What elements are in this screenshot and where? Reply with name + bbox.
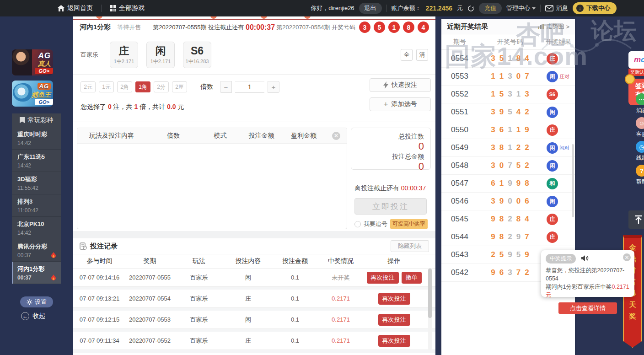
view-details-button[interactable]: 点击查看详情 bbox=[558, 302, 617, 314]
bet-records-panel: 投注记录 隐藏列表 参与时间奖期玩法投注内容投注金额中奖情况操作 07-07 0… bbox=[73, 238, 435, 350]
home-icon bbox=[58, 5, 64, 11]
select-all-button[interactable]: 全 bbox=[401, 49, 413, 61]
denomination-chip-2分[interactable]: 2分 bbox=[154, 81, 169, 92]
result-issue: 0545 bbox=[441, 215, 478, 224]
denomination-chip-2厘[interactable]: 2厘 bbox=[172, 81, 187, 92]
back-to-top-button[interactable] bbox=[628, 210, 644, 229]
close-icon[interactable]: ✕ bbox=[623, 253, 631, 261]
result-digits: 98284 bbox=[478, 215, 542, 224]
close-icon[interactable]: ✕ bbox=[332, 132, 340, 140]
quick-bet-button[interactable]: 快速投注 bbox=[370, 78, 431, 92]
clear-button[interactable]: 清 bbox=[416, 49, 428, 61]
selected-amount: 0.0 bbox=[167, 103, 176, 110]
ag-fishing-banner[interactable]: AG 捕鱼王 GO> bbox=[12, 81, 53, 107]
result-issue: 0548 bbox=[441, 161, 478, 170]
home-link[interactable]: 返回首页 bbox=[49, 4, 101, 12]
sidebar-item-lottery-2[interactable]: 3D福彩11:55:42 bbox=[12, 172, 61, 194]
hide-list-button[interactable]: 隐藏列表 bbox=[391, 240, 429, 252]
bet-summary-box: 总投注数 0 投注总金额 0 bbox=[351, 128, 431, 170]
denomination-chip-1元[interactable]: 1元 bbox=[99, 81, 114, 92]
result-digit: 7 bbox=[516, 268, 521, 277]
slip-column-header: 模式 bbox=[201, 132, 240, 140]
sidebar-item-lottery-0[interactable]: 重庆时时彩14:42 bbox=[12, 127, 61, 150]
result-badge: 闲 bbox=[547, 196, 558, 207]
record-result: 0.2171 bbox=[318, 337, 364, 344]
result-issue: 0546 bbox=[441, 197, 478, 206]
result-digits: 11307 bbox=[478, 72, 542, 81]
result-digit: 5 bbox=[516, 250, 521, 259]
records-column-header: 参与时间 bbox=[73, 257, 126, 265]
record-result: 0.2171 bbox=[318, 316, 364, 323]
bet-now-button[interactable]: 立即投注 bbox=[354, 198, 427, 215]
bet-option-odds: 1中2.171 bbox=[114, 58, 134, 65]
ag-fishing-go-button[interactable]: GO> bbox=[35, 99, 53, 105]
speaker-icon[interactable] bbox=[581, 255, 589, 262]
result-digit: 9 bbox=[516, 179, 521, 188]
result-digit: 1 bbox=[499, 72, 504, 81]
toolbar-item-帮助[interactable]: ?帮助 bbox=[628, 165, 644, 186]
game-name: 河内1分彩 bbox=[80, 23, 111, 32]
logout-button[interactable]: 退出 bbox=[359, 3, 382, 14]
result-row: 055215313S6 bbox=[441, 86, 575, 103]
bet-option-odds: 1中16.283 bbox=[186, 58, 209, 65]
collapse-button[interactable]: ← 收起 bbox=[21, 312, 45, 320]
lottery-name: 排列3 bbox=[17, 198, 56, 206]
win-toast-line1: 恭喜您，您投注的第20220707-0554 bbox=[546, 266, 630, 283]
sidebar-item-lottery-3[interactable]: 排列311:00:42 bbox=[12, 194, 61, 217]
result-digit: 8 bbox=[516, 215, 521, 224]
mca-certification-logo[interactable]: mca bbox=[628, 51, 644, 69]
chase-radio[interactable] bbox=[354, 221, 361, 227]
recharge-button[interactable]: 充值 bbox=[479, 3, 502, 14]
top-bar: 返回首页 全部游戏 你好，direnjie26 退出 账户余额： 221.245… bbox=[0, 0, 644, 16]
records-column-header: 中奖情况 bbox=[318, 257, 364, 265]
messages-link[interactable]: 消息 bbox=[545, 4, 568, 12]
multiplier-minus-button[interactable]: − bbox=[220, 81, 232, 93]
denomination-chip-2元[interactable]: 2元 bbox=[80, 81, 96, 92]
tab-badge-icon bbox=[304, 16, 311, 19]
toolbar-item-线路[interactable]: ◷线路 bbox=[628, 141, 644, 162]
sidebar-item-lottery-5[interactable]: 腾讯分分彩00:37 bbox=[12, 239, 61, 262]
records-scrollbar[interactable] bbox=[428, 269, 432, 350]
sidebar-item-lottery-1[interactable]: 广东11选514:42 bbox=[12, 150, 61, 172]
bet-option-S6[interactable]: S61中16.283 bbox=[183, 42, 211, 68]
toolbar-item-客服[interactable]: ☺客服 bbox=[628, 117, 644, 138]
sidebar-item-lottery-4[interactable]: 北京PK1014:42 bbox=[12, 217, 61, 239]
result-badge: 闲 bbox=[547, 160, 558, 172]
record-cell: 20220707-0553 bbox=[126, 316, 174, 323]
records-scrollbar-thumb[interactable] bbox=[428, 269, 432, 318]
gear-icon bbox=[27, 299, 32, 305]
denomination-chip-1角[interactable]: 1角 bbox=[135, 81, 150, 92]
bet-option-庄[interactable]: 庄1中2.171 bbox=[110, 42, 138, 68]
rebet-button[interactable]: 再次投注 bbox=[378, 293, 410, 305]
rebet-button[interactable]: 再次投注 bbox=[378, 335, 410, 347]
ag-live-banner[interactable]: AG 真人 GO> bbox=[12, 49, 53, 75]
bet-option-label: 闲 bbox=[156, 45, 166, 57]
win-toast-tag: 中奖提示 bbox=[546, 254, 576, 264]
home-link-label: 返回首页 bbox=[67, 4, 93, 12]
cancel-bet-button[interactable]: 撤单 bbox=[402, 272, 422, 284]
refresh-icon[interactable] bbox=[467, 5, 474, 12]
toolbar-item-消息[interactable]: ···消息 bbox=[628, 93, 644, 114]
download-center-button[interactable]: ↓ 下载中心 bbox=[573, 2, 617, 14]
result-badge: 庄 bbox=[547, 124, 558, 136]
record-cell: 0.1 bbox=[272, 274, 318, 281]
admin-center-menu[interactable]: 管理中心 bbox=[506, 4, 536, 12]
app-root: 返回首页 全部游戏 你好，direnjie26 退出 账户余额： 221.245… bbox=[0, 0, 644, 355]
all-games-link[interactable]: 全部游戏 bbox=[102, 4, 153, 12]
multiplier-value[interactable]: 1 bbox=[235, 81, 264, 93]
denomination-chip-2角[interactable]: 2角 bbox=[117, 81, 132, 92]
multiplier-plus-button[interactable]: + bbox=[268, 81, 279, 93]
last-issue: 第20220707-0554期 开奖号码 bbox=[276, 23, 355, 32]
sidebar-item-lottery-6[interactable]: 河内1分彩00:37 bbox=[12, 262, 61, 284]
ag-fishing-image bbox=[13, 83, 32, 102]
record-cell: 庄 bbox=[224, 295, 272, 303]
add-numbers-button[interactable]: + 添加选号 bbox=[370, 97, 431, 111]
ag-live-go-button[interactable]: GO> bbox=[35, 68, 53, 74]
rebet-button[interactable]: 再次投注 bbox=[367, 272, 399, 284]
trend-chart-link[interactable]: 走势图 > bbox=[538, 22, 569, 31]
result-digit: 4 bbox=[525, 54, 529, 63]
bet-option-闲[interactable]: 闲1中2.171 bbox=[146, 42, 175, 68]
results-scrollbar-thumb[interactable] bbox=[572, 144, 574, 217]
rebet-button[interactable]: 再次投注 bbox=[378, 314, 410, 326]
settings-button[interactable]: 设置 bbox=[20, 296, 53, 307]
